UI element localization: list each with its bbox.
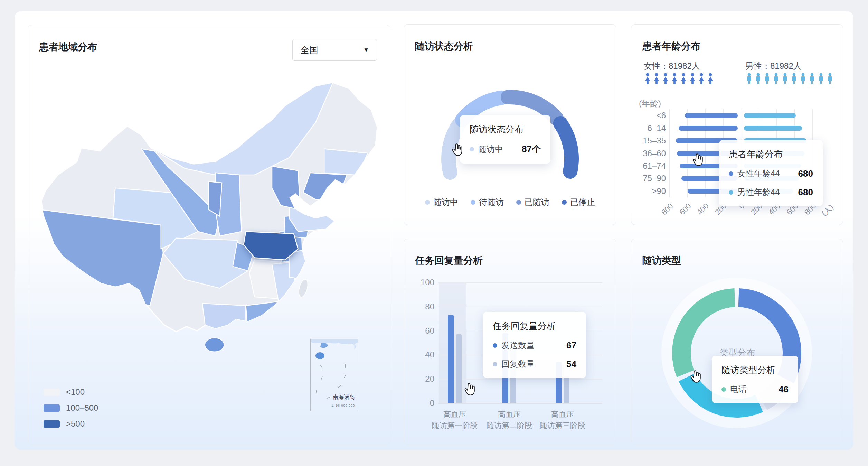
tooltip-value: 680 (782, 168, 813, 179)
x-tick-label: 800 (655, 202, 675, 222)
follow-type-tooltip: 随访类型分析 电话46 (712, 356, 798, 403)
panel-follow-status: 随访状态分析 随访中待随访已随访已停止 随访状态分布 随访中87个 (404, 24, 616, 225)
legend-item[interactable]: 已停止 (562, 197, 595, 208)
female-bar[interactable] (679, 126, 738, 131)
tooltip-label: 男性年龄44 (737, 187, 780, 198)
inset-scale: 1: 96 000 000 (331, 404, 355, 407)
sent-bar[interactable] (448, 315, 454, 403)
legend-item[interactable]: 已随访 (516, 197, 549, 208)
gridline (438, 379, 602, 380)
map-legend-item: 100–500 (44, 403, 98, 413)
tooltip-value: 67 (550, 340, 576, 351)
panel-age-distribution: 患者年龄分布 女性：81982人 男性：81982人 (年龄) <66–1415… (631, 24, 843, 225)
follow-status-legend: 随访中待随访已随访已停止 (404, 197, 616, 208)
age-category-label: 15–35 (634, 136, 666, 146)
legend-item[interactable]: 随访中 (425, 197, 458, 208)
age-category-label: 6–14 (634, 123, 666, 133)
legend-item[interactable]: 待随访 (471, 197, 504, 208)
hainan-island (205, 338, 224, 352)
region-select[interactable]: 全国 ▼ (292, 39, 377, 61)
age-category-label: >90 (634, 186, 666, 196)
tooltip-label: 发送数量 (501, 340, 535, 351)
taiwan-island (297, 278, 310, 298)
y-tick-label: 100 (414, 278, 434, 287)
gauge-segment[interactable] (560, 123, 572, 171)
gauge-segment[interactable] (449, 125, 459, 173)
reply-bar[interactable] (564, 376, 569, 403)
series-dot-icon (729, 171, 733, 176)
tooltip-label: 女性年龄44 (737, 168, 780, 179)
series-dot-icon (721, 387, 726, 392)
y-tick-label: 80 (414, 302, 434, 311)
reply-bar[interactable] (456, 334, 462, 403)
series-dot-icon (493, 362, 497, 366)
series-dot-icon (729, 190, 733, 195)
gridline (438, 282, 602, 283)
map-legend-item: <100 (44, 387, 98, 397)
chevron-down-icon: ▼ (363, 47, 369, 54)
tooltip-value: 87个 (506, 143, 541, 155)
panel-region-distribution: 患者地域分布 全国 ▼ (28, 25, 390, 445)
age-category-label: 36–60 (634, 149, 666, 158)
legend-label: <100 (66, 387, 85, 397)
legend-swatch-icon (44, 420, 60, 428)
panel-task-reply: 任务回复量分析 020406080100高血压随访第一阶段高血压随访第二阶段高血… (404, 239, 616, 445)
legend-label: 已停止 (570, 197, 595, 208)
tooltip-label: 随访中 (478, 144, 503, 155)
y-tick-label: 40 (414, 350, 434, 360)
china-map[interactable] (31, 72, 387, 376)
male-bar[interactable] (744, 126, 802, 131)
legend-dot-icon (471, 200, 475, 205)
legend-label: >500 (66, 419, 85, 429)
age-category-label: 75–90 (634, 174, 666, 183)
tooltip-value: 680 (782, 187, 813, 198)
tooltip-value: 46 (763, 384, 789, 395)
x-tick-label: 400 (691, 202, 711, 222)
follow-type-donut[interactable] (631, 239, 843, 445)
category-label: 高血压随访第三阶段 (525, 409, 601, 431)
legend-label: 已随访 (525, 197, 549, 208)
map-legend-item: >500 (44, 419, 98, 429)
legend-dot-icon (425, 200, 430, 205)
tooltip-value: 54 (550, 359, 576, 370)
tooltip-row: 回复数量54 (493, 358, 576, 370)
map-legend: <100100–500>500 (44, 387, 98, 435)
axis-baseline (438, 403, 602, 404)
province (37, 210, 163, 306)
y-tick-label: 20 (414, 374, 434, 384)
tooltip-row: 发送数量67 (493, 340, 576, 351)
legend-swatch-icon (44, 404, 60, 412)
inset-label: 南海诸岛 (333, 394, 355, 401)
x-tick-label: 600 (673, 202, 693, 222)
province (209, 181, 222, 216)
legend-label: 随访中 (433, 197, 458, 208)
legend-swatch-icon (44, 389, 60, 396)
follow-status-tooltip: 随访状态分布 随访中87个 (460, 115, 550, 164)
series-dot-icon (493, 343, 497, 348)
age-category-label: 61–74 (634, 161, 666, 171)
tooltip-label: 回复数量 (501, 358, 535, 370)
series-dot-icon (470, 147, 474, 151)
tooltip-row: 电话46 (721, 384, 789, 395)
province (202, 304, 246, 330)
tooltip-row: 男性年龄44680 (729, 187, 813, 198)
legend-label: 100–500 (66, 403, 98, 413)
panel-follow-type: 随访类型 类型分布 随访类型分析 电话46 (631, 239, 843, 445)
panel-title-region: 患者地域分布 (39, 40, 97, 54)
region-select-value: 全国 (300, 44, 318, 56)
task-reply-tooltip: 任务回复量分析 发送数量67回复数量54 (483, 312, 586, 378)
age-tooltip: 患者年龄分布 女性年龄44680男性年龄44680 (719, 140, 823, 206)
y-tick-label: 0 (414, 398, 434, 408)
age-category-label: <6 (634, 111, 666, 120)
legend-dot-icon (516, 200, 521, 205)
tooltip-row: 女性年龄44680 (729, 168, 813, 179)
y-tick-label: 60 (414, 326, 434, 336)
south-china-sea-inset: 南海诸岛 1: 96 000 000 (310, 339, 358, 411)
gridline (669, 109, 670, 197)
female-bar[interactable] (685, 113, 738, 118)
tooltip-row: 随访中87个 (470, 143, 541, 155)
tooltip-label: 电话 (730, 384, 747, 395)
male-bar[interactable] (744, 113, 796, 118)
legend-label: 待随访 (479, 197, 504, 208)
dashboard-container: 患者地域分布 全国 ▼ (15, 11, 853, 450)
